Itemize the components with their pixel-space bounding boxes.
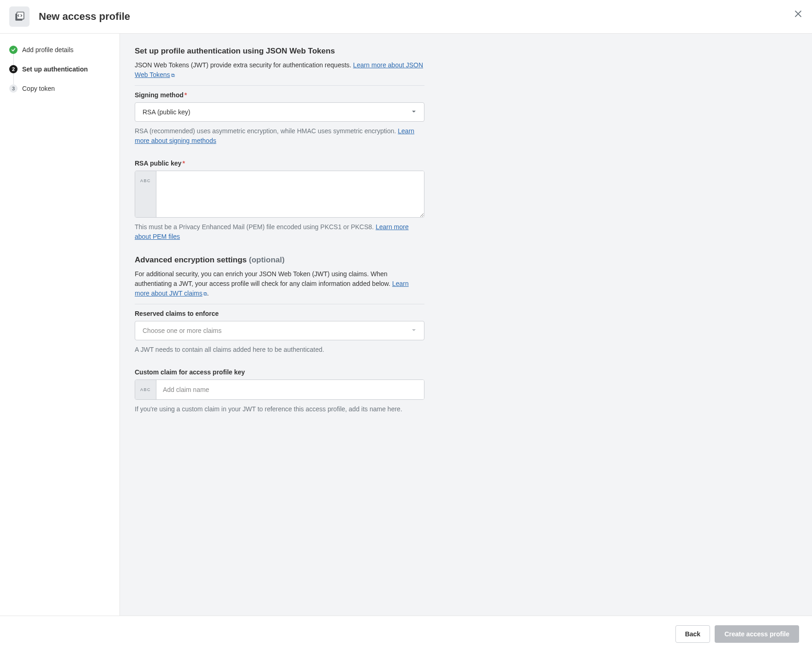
custom-claim-help: If you're using a custom claim in your J…: [135, 404, 424, 414]
step-setup-auth[interactable]: 2 Set up authentication: [9, 65, 110, 73]
chevron-down-icon: [411, 327, 417, 334]
divider: [135, 85, 424, 86]
advanced-description: For additional security, you can enrich …: [135, 269, 424, 298]
create-profile-button[interactable]: Create access profile: [715, 625, 799, 643]
step-label: Add profile details: [22, 46, 73, 53]
modal-header: New access profile: [0, 0, 812, 34]
signing-method-label: Signing method*: [135, 91, 424, 99]
select-placeholder: Choose one or more claims: [143, 327, 221, 334]
step-add-profile[interactable]: Add profile details: [9, 46, 110, 54]
intro-text: JSON Web Tokens (JWT) provide extra secu…: [135, 61, 353, 69]
rsa-key-textarea[interactable]: [156, 171, 424, 217]
text-type-icon: ABC: [135, 380, 156, 399]
external-link-icon: ⧉: [203, 290, 207, 298]
optional-label: (optional): [249, 255, 285, 264]
select-value: RSA (public key): [143, 108, 190, 116]
step-connector: [13, 54, 14, 65]
rsa-key-help: This must be a Privacy Enhanced Mail (PE…: [135, 222, 424, 242]
check-icon: [9, 46, 18, 54]
custom-claim-input-wrap: ABC: [135, 379, 424, 400]
section-title: Set up profile authentication using JSON…: [135, 47, 424, 56]
text-type-icon: ABC: [135, 171, 156, 217]
step-connector: [13, 73, 14, 84]
wizard-sidebar: Add profile details 2 Set up authenticat…: [0, 34, 120, 616]
back-button[interactable]: Back: [675, 625, 710, 643]
signing-method-select[interactable]: RSA (public key): [135, 102, 424, 122]
main-content: Set up profile authentication using JSON…: [120, 34, 812, 616]
close-button[interactable]: [794, 9, 803, 18]
modal-footer: Back Create access profile: [0, 616, 812, 652]
chevron-down-icon: [411, 108, 417, 116]
external-link-icon: ⧉: [171, 71, 175, 79]
step-label: Copy token: [22, 85, 55, 92]
step-label: Set up authentication: [22, 65, 88, 73]
step-copy-token: 3 Copy token: [9, 84, 110, 93]
profile-icon: [9, 6, 30, 27]
section-description: JSON Web Tokens (JWT) provide extra secu…: [135, 60, 424, 80]
reserved-claims-help: A JWT needs to contain all claims added …: [135, 345, 424, 355]
reserved-claims-select[interactable]: Choose one or more claims: [135, 321, 424, 340]
page-title: New access profile: [39, 11, 130, 23]
signing-method-help: RSA (recommended) uses asymmetric encryp…: [135, 126, 424, 146]
custom-claim-label: Custom claim for access profile key: [135, 368, 424, 376]
rsa-key-input-wrap: ABC: [135, 171, 424, 218]
custom-claim-input[interactable]: [156, 380, 424, 399]
step-number-icon: 2: [9, 65, 18, 73]
rsa-key-label: RSA public key*: [135, 160, 424, 167]
reserved-claims-label: Reserved claims to enforce: [135, 310, 424, 317]
divider: [135, 304, 424, 304]
step-number-icon: 3: [9, 84, 18, 93]
advanced-title: Advanced encryption settings: [135, 255, 249, 264]
